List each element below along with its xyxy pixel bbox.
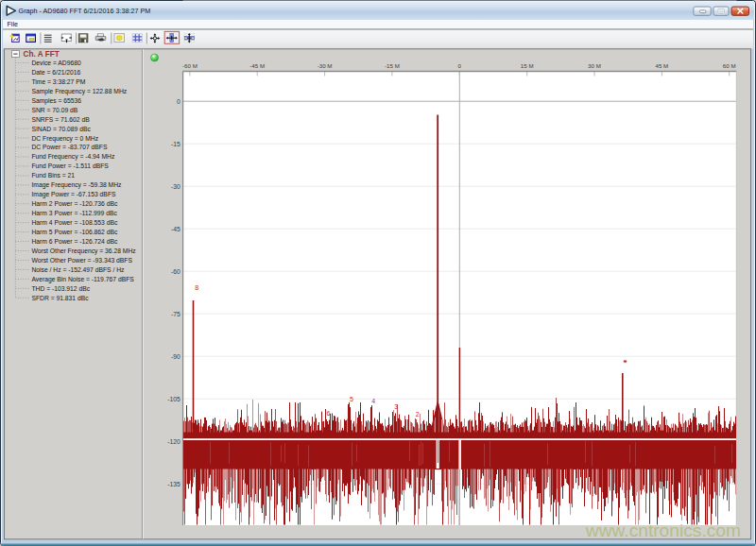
svg-text:-15: -15 [171,141,180,147]
svg-text:Harm 3 Power = -112.999 dBc: Harm 3 Power = -112.999 dBc [31,210,117,216]
svg-text:-75: -75 [171,311,180,317]
svg-text:0: 0 [458,62,462,69]
svg-text:DC Frequency = 0 MHz: DC Frequency = 0 MHz [31,135,98,143]
svg-text:4: 4 [371,398,375,404]
svg-text:15 M: 15 M [521,62,534,69]
svg-text:Date = 6/21/2016: Date = 6/21/2016 [31,69,80,76]
svg-text:-30 M: -30 M [318,62,333,69]
svg-text:Image Frequency = -59.38 MHz: Image Frequency = -59.38 MHz [31,181,122,189]
svg-text:45 M: 45 M [656,62,669,69]
svg-text:Graph - AD9680 FFT 6/21/2016 3: Graph - AD9680 FFT 6/21/2016 3:38:27 PM [19,7,151,15]
svg-text:-60 M: -60 M [182,62,198,69]
svg-text:8: 8 [195,284,198,291]
svg-text:THD = -103.912 dBc: THD = -103.912 dBc [31,285,90,292]
svg-text:Sample Frequency = 122.88 MHz: Sample Frequency = 122.88 MHz [31,88,127,95]
svg-text:0: 0 [177,98,180,105]
svg-text:5: 5 [350,396,353,402]
svg-text:Ch. A FFT: Ch. A FFT [24,50,60,59]
svg-text:Fund Frequency = -4.94 MHz: Fund Frequency = -4.94 MHz [31,153,115,161]
svg-text:-45 M: -45 M [249,62,265,69]
svg-text:2: 2 [416,411,420,418]
svg-text:SFDR = 91.831 dBc: SFDR = 91.831 dBc [31,295,89,301]
svg-text:Harm 6 Power = -126.724 dBc: Harm 6 Power = -126.724 dBc [31,238,118,245]
svg-text:SNR = 70.09 dB: SNR = 70.09 dB [31,107,77,113]
svg-text:Fund Bins = 21: Fund Bins = 21 [31,172,75,179]
svg-text:File: File [7,20,18,28]
svg-text:6: 6 [327,410,331,417]
svg-text:-15 M: -15 M [385,62,400,69]
svg-text:-90: -90 [171,353,180,360]
svg-text:3: 3 [394,403,398,410]
svg-text:-45: -45 [171,226,180,232]
svg-text:DC Power = -83.707 dBFS: DC Power = -83.707 dBFS [31,144,108,150]
svg-text:Harm 4 Power = -108.553 dBc: Harm 4 Power = -108.553 dBc [31,219,118,226]
svg-text:-30: -30 [171,183,180,190]
svg-text:Samples = 65536: Samples = 65536 [31,97,81,105]
svg-text:-60: -60 [171,268,180,275]
svg-text:60 M: 60 M [723,62,736,69]
svg-text:Fund Power = -1.511 dBFS: Fund Power = -1.511 dBFS [31,162,109,169]
svg-text:Image Power = -67.153 dBFS: Image Power = -67.153 dBFS [31,191,116,198]
svg-text:SINAD = 70.089 dBc: SINAD = 70.089 dBc [31,126,91,132]
svg-text:www.cntronics.com: www.cntronics.com [585,520,741,540]
svg-text:Noise / Hz = -152.497 dBFS / H: Noise / Hz = -152.497 dBFS / Hz [31,266,125,273]
svg-text:Harm 5 Power = -106.862 dBc: Harm 5 Power = -106.862 dBc [31,229,118,235]
svg-text:Device = AD9680: Device = AD9680 [31,60,81,66]
svg-text:SNRFS = 71.602 dB: SNRFS = 71.602 dB [31,116,90,123]
svg-text:Harm 2 Power = -120.736 dBc: Harm 2 Power = -120.736 dBc [31,200,118,207]
svg-text:Worst Other Frequency = 36.28: Worst Other Frequency = 36.28 MHz [31,247,136,255]
svg-text:30 M: 30 M [588,62,601,69]
svg-text:Worst Other Power = -93.343 dB: Worst Other Power = -93.343 dBFS [31,257,132,264]
svg-text:-120: -120 [167,438,180,445]
svg-text:-105: -105 [167,396,180,402]
svg-text:-135: -135 [167,481,180,487]
svg-text:Average Bin Noise = -119.767 d: Average Bin Noise = -119.767 dBFS [31,276,134,283]
svg-text:Time = 3:38:27 PM: Time = 3:38:27 PM [31,78,85,85]
